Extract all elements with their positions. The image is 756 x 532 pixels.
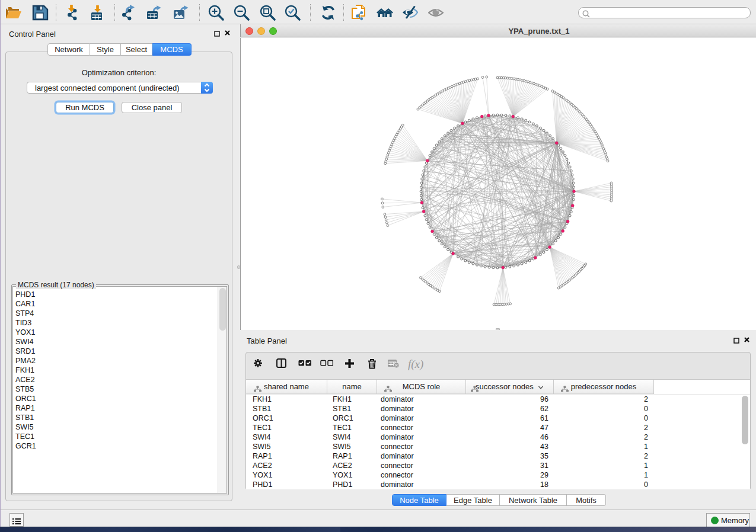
svg-text:f(x): f(x)	[408, 358, 423, 371]
